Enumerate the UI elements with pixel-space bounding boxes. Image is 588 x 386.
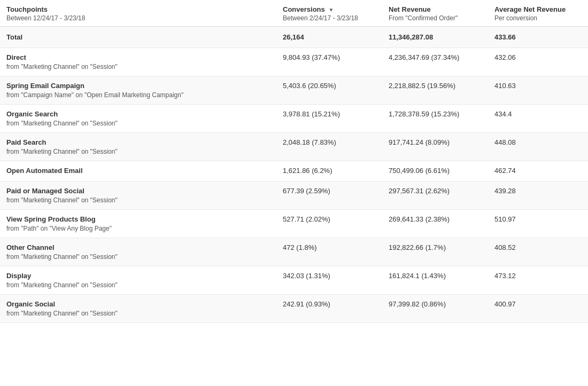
touchpoint-sub: from "Marketing Channel" on "Session" <box>6 120 118 127</box>
touchpoint-name: Display <box>6 272 270 280</box>
header-netrevenue: Net Revenue From "Confirmed Order" <box>382 0 488 27</box>
avgrevenue-label: Average Net Revenue <box>494 5 566 13</box>
avgrevenue-cell: 400.97 <box>488 295 588 323</box>
touchpoints-date-range: Between 12/24/17 - 3/23/18 <box>6 14 270 22</box>
avgrevenue-cell: 432.06 <box>488 48 588 76</box>
conversions-cell: 2,048.18 (7.83%) <box>276 133 382 161</box>
table-row: View Spring Products Blog from "Path" on… <box>0 210 588 238</box>
header-conversions[interactable]: Conversions ▼ Between 2/24/17 - 3/23/18 <box>276 0 382 27</box>
conversions-cell: 677.39 (2.59%) <box>276 182 382 210</box>
avgrevenue-cell: 473.12 <box>488 266 588 295</box>
netrevenue-cell: 917,741.24 (8.09%) <box>382 133 488 161</box>
conversions-cell: 3,978.81 (15.21%) <box>276 105 382 133</box>
header-touchpoints: Touchpoints Between 12/24/17 - 3/23/18 <box>0 0 276 27</box>
total-row: Total 26,164 11,346,287.08 433.66 <box>0 27 588 48</box>
avgrevenue-cell: 510.97 <box>488 210 588 238</box>
touchpoint-sub: from "Marketing Channel" on "Session" <box>6 63 118 70</box>
netrevenue-cell: 161,824.1 (1.43%) <box>382 266 488 295</box>
table-row: Other Channel from "Marketing Channel" o… <box>0 238 588 266</box>
touchpoint-sub: from "Marketing Channel" on "Session" <box>6 148 118 155</box>
netrevenue-cell: 4,236,347.69 (37.34%) <box>382 48 488 76</box>
sort-icon: ▼ <box>328 7 334 13</box>
touchpoint-name: Open Automated Email <box>6 167 270 175</box>
conversions-cell: 9,804.93 (37.47%) <box>276 48 382 76</box>
conversions-date-range: Between 2/24/17 - 3/23/18 <box>283 14 376 22</box>
total-label: Total <box>0 27 276 48</box>
table-row: Paid Search from "Marketing Channel" on … <box>0 133 588 161</box>
touchpoint-sub: from "Campaign Name" on "Open Email Mark… <box>6 91 183 99</box>
netrevenue-cell: 750,499.06 (6.61%) <box>382 161 488 182</box>
touchpoint-cell: Direct from "Marketing Channel" on "Sess… <box>0 48 276 76</box>
netrevenue-cell: 2,218,882.5 (19.56%) <box>382 76 488 105</box>
table-row: Spring Email Campaign from "Campaign Nam… <box>0 76 588 105</box>
netrevenue-sub: From "Confirmed Order" <box>389 14 482 22</box>
touchpoint-name: Direct <box>6 53 270 61</box>
conversions-cell: 342.03 (1.31%) <box>276 266 382 295</box>
avgrevenue-cell: 408.52 <box>488 238 588 266</box>
touchpoint-name: Organic Search <box>6 110 270 118</box>
total-netrevenue: 11,346,287.08 <box>382 27 488 48</box>
netrevenue-cell: 269,641.33 (2.38%) <box>382 210 488 238</box>
conversions-cell: 472 (1.8%) <box>276 238 382 266</box>
conversions-cell: 1,621.86 (6.2%) <box>276 161 382 182</box>
avgrevenue-cell: 462.74 <box>488 161 588 182</box>
touchpoint-name: View Spring Products Blog <box>6 215 270 223</box>
header-avgrevenue: Average Net Revenue Per conversion <box>488 0 588 27</box>
table-row: Paid or Managed Social from "Marketing C… <box>0 182 588 210</box>
table-row: Organic Social from "Marketing Channel" … <box>0 295 588 323</box>
touchpoint-sub: from "Marketing Channel" on "Session" <box>6 281 118 289</box>
touchpoint-sub: from "Marketing Channel" on "Session" <box>6 310 118 317</box>
netrevenue-cell: 97,399.82 (0.86%) <box>382 295 488 323</box>
touchpoint-sub: from "Marketing Channel" on "Session" <box>6 253 118 261</box>
touchpoint-sub: from "Path" on "View Any Blog Page" <box>6 225 112 232</box>
avgrevenue-cell: 448.08 <box>488 133 588 161</box>
avgrevenue-cell: 439.28 <box>488 182 588 210</box>
touchpoint-cell: View Spring Products Blog from "Path" on… <box>0 210 276 238</box>
avgrevenue-cell: 434.4 <box>488 105 588 133</box>
table-row: Display from "Marketing Channel" on "Ses… <box>0 266 588 295</box>
touchpoint-name: Paid Search <box>6 138 270 146</box>
touchpoint-cell: Spring Email Campaign from "Campaign Nam… <box>0 76 276 105</box>
conversions-cell: 5,403.6 (20.65%) <box>276 76 382 105</box>
touchpoints-label: Touchpoints <box>6 5 48 13</box>
touchpoint-cell: Organic Social from "Marketing Channel" … <box>0 295 276 323</box>
conversions-cell: 242.91 (0.93%) <box>276 295 382 323</box>
touchpoint-cell: Organic Search from "Marketing Channel" … <box>0 105 276 133</box>
touchpoint-cell: Display from "Marketing Channel" on "Ses… <box>0 266 276 295</box>
table-row: Open Automated Email 1,621.86 (6.2%) 750… <box>0 161 588 182</box>
total-conversions: 26,164 <box>276 27 382 48</box>
touchpoint-cell: Paid or Managed Social from "Marketing C… <box>0 182 276 210</box>
avgrevenue-sub: Per conversion <box>494 14 582 22</box>
table-row: Organic Search from "Marketing Channel" … <box>0 105 588 133</box>
touchpoint-sub: from "Marketing Channel" on "Session" <box>6 196 118 204</box>
conversions-label: Conversions <box>283 5 325 13</box>
touchpoint-cell: Other Channel from "Marketing Channel" o… <box>0 238 276 266</box>
touchpoint-name: Spring Email Campaign <box>6 82 270 90</box>
touchpoint-name: Paid or Managed Social <box>6 187 270 195</box>
table-row: Direct from "Marketing Channel" on "Sess… <box>0 48 588 76</box>
avgrevenue-cell: 410.63 <box>488 76 588 105</box>
netrevenue-label: Net Revenue <box>389 5 431 13</box>
touchpoint-cell: Paid Search from "Marketing Channel" on … <box>0 133 276 161</box>
netrevenue-cell: 297,567.31 (2.62%) <box>382 182 488 210</box>
netrevenue-cell: 192,822.66 (1.7%) <box>382 238 488 266</box>
conversions-cell: 527.71 (2.02%) <box>276 210 382 238</box>
touchpoint-name: Organic Social <box>6 300 270 308</box>
total-avgrevenue: 433.66 <box>488 27 588 48</box>
netrevenue-cell: 1,728,378.59 (15.23%) <box>382 105 488 133</box>
touchpoint-cell: Open Automated Email <box>0 161 276 182</box>
touchpoint-name: Other Channel <box>6 243 270 251</box>
